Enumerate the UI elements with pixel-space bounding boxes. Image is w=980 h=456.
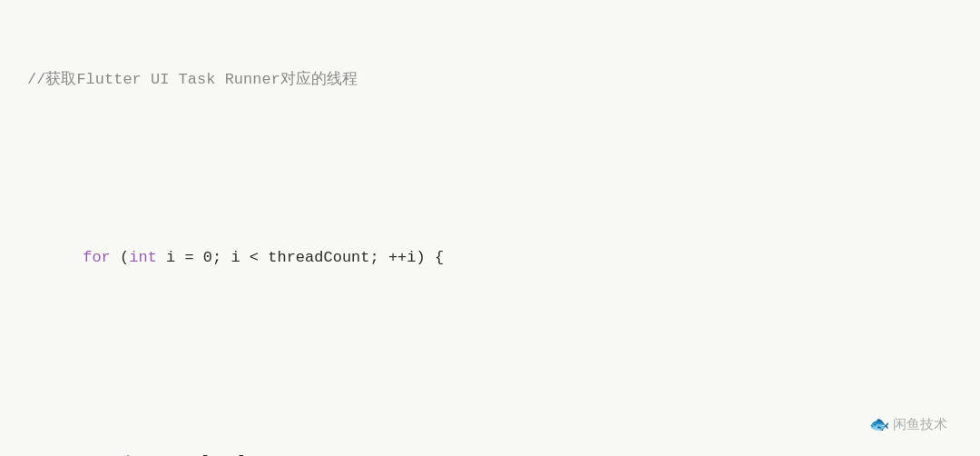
keyword-for: for xyxy=(83,249,111,266)
code-line-2: char name[256]; xyxy=(27,424,953,456)
watermark-text: 闲鱼技术 xyxy=(893,416,947,433)
code-container: //获取Flutter UI Task Runner对应的线程 for (int… xyxy=(0,0,980,456)
watermark-icon: 🐟 xyxy=(869,414,889,434)
code-text-1: i = 0; i < threadCount; ++i) { xyxy=(157,249,444,266)
code-block: //获取Flutter UI Task Runner对应的线程 for (int… xyxy=(27,16,953,456)
code-line-1: for (int i = 0; i < threadCount; ++i) { xyxy=(27,220,953,296)
type-int-1: int xyxy=(129,249,157,266)
comment-line: //获取Flutter UI Task Runner对应的线程 xyxy=(27,67,953,93)
punc-1: ( xyxy=(111,249,129,266)
watermark: 🐟 闲鱼技术 xyxy=(869,414,947,434)
